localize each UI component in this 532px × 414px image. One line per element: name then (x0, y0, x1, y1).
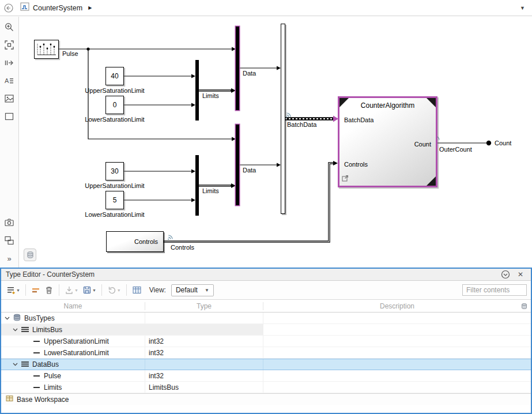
model-browser-icon[interactable] (3, 235, 15, 246)
column-header-type[interactable]: Type (145, 302, 263, 310)
row-type[interactable]: LimitsBus (145, 382, 263, 393)
row-description (263, 324, 531, 335)
data-signal-label-1[interactable]: Data (243, 70, 256, 77)
lower-saturation-label-2: LowerSaturationLimit (71, 211, 158, 218)
panel-menu-icon[interactable] (500, 269, 511, 280)
count-port-label[interactable]: Count (495, 140, 511, 146)
canvas-dropdown-icon[interactable]: ▼ (520, 5, 525, 11)
chevron-down-icon[interactable] (13, 363, 18, 366)
breadcrumb-model-name[interactable]: CounterSystem (33, 4, 82, 12)
limits-bus-creator-1[interactable] (195, 60, 199, 121)
column-header-name[interactable]: Name (1, 302, 145, 310)
table-row[interactable]: Pulse int32 (1, 370, 531, 382)
open-model-badge-icon[interactable] (342, 174, 349, 184)
breadcrumb-expand-icon[interactable]: ▶ (88, 5, 92, 10)
chevron-down-icon: ▼ (205, 288, 209, 293)
data-bus-creator-1[interactable] (236, 27, 239, 110)
bus-icon (21, 360, 29, 368)
chevron-down-icon[interactable] (13, 328, 18, 332)
controls-bus-line[interactable] (164, 163, 334, 242)
row-name: UpperSaturationLimit (44, 337, 109, 345)
annotation-icon[interactable]: A (3, 75, 15, 86)
table-row[interactable]: LimitsBus (1, 324, 531, 336)
save-button[interactable]: ▼ (81, 283, 97, 297)
branch-dot (86, 47, 89, 50)
limits-signal-label-2[interactable]: Limits (202, 187, 219, 194)
row-description[interactable] (263, 336, 531, 347)
count-output-port[interactable] (486, 141, 491, 145)
pulse-signal-label[interactable]: Pulse (62, 50, 78, 57)
zoom-in-icon[interactable] (3, 21, 15, 33)
save-dropdown-icon[interactable]: ▼ (92, 288, 96, 292)
row-description[interactable] (263, 347, 531, 358)
row-type (145, 324, 263, 335)
pulse-source-block[interactable] (34, 40, 59, 59)
row-name: BusTypes (24, 314, 55, 322)
add-bus-element-button[interactable] (30, 283, 41, 297)
row-type[interactable]: int32 (145, 347, 263, 358)
delete-button[interactable] (43, 283, 55, 297)
row-description[interactable] (263, 370, 531, 381)
filter-input[interactable] (462, 284, 527, 296)
limits-bus-creator-2[interactable] (195, 155, 199, 216)
constant-0-block[interactable]: 0 (105, 96, 124, 114)
table-row[interactable]: UpperSaturationLimit int32 (1, 336, 531, 347)
table-header: Name Type Description (1, 300, 531, 313)
limits-signal-label-1[interactable]: Limits (202, 92, 219, 99)
model-icon (20, 2, 29, 13)
breadcrumb-bar: CounterSystem ▶ ▼ (0, 0, 532, 16)
chevron-down-icon[interactable] (5, 317, 10, 320)
counter-algorithm-block[interactable]: CounterAlgorithm BatchData Controls Coun… (338, 96, 437, 187)
data-bus-creator-2[interactable] (236, 125, 239, 205)
table-row[interactable]: LowerSaturationLimit int32 (1, 347, 531, 359)
batch-bus-creator[interactable] (281, 24, 285, 214)
type-editor-title: Type Editor - CounterSystem (6, 270, 95, 278)
viewmarks-camera-icon[interactable] (3, 217, 15, 228)
controls-signal-label[interactable]: Controls (171, 244, 194, 251)
bus-element-icon (33, 375, 40, 377)
base-workspace-row[interactable]: Base Workspace (1, 393, 531, 405)
table-row-selected[interactable]: DataBus (1, 359, 531, 370)
row-type[interactable]: int32 (145, 336, 263, 347)
add-bus-dropdown-icon[interactable]: ▼ (16, 288, 20, 292)
row-name: DataBus (32, 360, 59, 368)
column-header-description[interactable]: Description (263, 302, 531, 310)
row-type[interactable]: int32 (145, 370, 263, 381)
type-editor-titlebar[interactable]: Type Editor - CounterSystem ✕ (1, 269, 531, 281)
outercount-signal-label[interactable]: OuterCount (439, 146, 472, 153)
model-canvas[interactable]: Pulse 40 UpperSaturationLimit 0 LowerSat… (20, 17, 532, 268)
batchdata-inport-label: BatchData (344, 116, 373, 123)
table-row[interactable]: BusTypes (1, 313, 531, 324)
bus-element-icon (33, 352, 40, 354)
controls-streaming-icon[interactable] (167, 232, 174, 243)
area-annotation-icon[interactable] (3, 111, 15, 122)
row-name: LimitsBus (32, 326, 62, 334)
show-model-browser-icon[interactable]: » (3, 253, 15, 264)
view-select[interactable]: Default ▼ (171, 284, 214, 296)
show-details-button[interactable] (131, 283, 143, 297)
controls-subsystem-block[interactable]: Controls (106, 231, 164, 252)
import-dropdown-icon[interactable]: ▼ (74, 288, 78, 292)
constant-30-block[interactable]: 30 (105, 162, 124, 180)
add-bus-button[interactable]: ▼ (5, 283, 21, 297)
constant-5-block[interactable]: 5 (105, 191, 124, 209)
breadcrumb[interactable]: CounterSystem ▶ (20, 2, 92, 13)
apply-changes-button[interactable]: ▼ (106, 283, 122, 297)
close-icon[interactable]: ✕ (515, 269, 526, 280)
constant-40-block[interactable]: 40 (105, 67, 124, 85)
image-annotation-icon[interactable] (3, 93, 15, 104)
back-navigation-icon[interactable] (3, 2, 14, 14)
batchdata-streaming-icon[interactable] (285, 110, 292, 121)
row-name: Pulse (44, 372, 61, 380)
batchdata-signal-label[interactable]: BatchData (287, 121, 316, 128)
step-forward-icon[interactable] (3, 57, 15, 69)
row-name: LowerSaturationLimit (44, 349, 109, 357)
data-signal-label-2[interactable]: Data (243, 167, 256, 174)
table-row[interactable]: Limits LimitsBus (1, 382, 531, 393)
model-data-badge[interactable] (24, 249, 36, 261)
import-button[interactable]: ▼ (63, 283, 80, 297)
row-description[interactable] (263, 382, 531, 393)
fit-to-view-icon[interactable] (3, 39, 15, 51)
apply-dropdown-icon[interactable]: ▼ (117, 288, 121, 292)
counter-algorithm-title: CounterAlgorithm (339, 101, 436, 110)
